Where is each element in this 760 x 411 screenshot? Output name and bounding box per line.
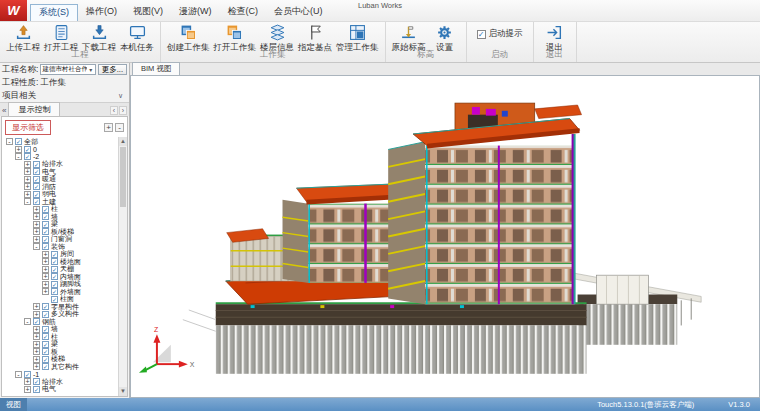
checkbox-icon[interactable]: ✓ xyxy=(42,236,49,243)
checkbox-icon[interactable]: ✓ xyxy=(42,228,49,235)
checkbox-icon[interactable]: ✓ xyxy=(42,213,49,220)
checkbox-icon[interactable]: ✓ xyxy=(42,348,49,355)
tab-display-control[interactable]: 显示控制 xyxy=(8,102,60,116)
checkbox-icon[interactable]: ✓ xyxy=(33,183,40,190)
expand-toggle-icon[interactable]: + xyxy=(42,281,49,288)
checkbox-icon[interactable]: ✓ xyxy=(42,333,49,340)
tree-item[interactable]: + ✓ 梁 xyxy=(4,341,117,349)
expand-toggle-icon[interactable]: + xyxy=(33,363,40,370)
collapse-panel-icon[interactable]: « xyxy=(0,106,8,116)
expand-toggle-icon[interactable]: + xyxy=(24,161,31,168)
tree-item[interactable]: + ✓ 给排水 xyxy=(4,378,117,386)
checkbox-icon[interactable]: ✓ xyxy=(24,146,31,153)
checkbox-icon[interactable]: ✓ xyxy=(24,371,31,378)
checkbox-icon[interactable]: ✓ xyxy=(42,356,49,363)
expand-toggle-icon[interactable]: + xyxy=(33,236,40,243)
checkbox-icon[interactable]: ✓ xyxy=(42,363,49,370)
expand-all-button[interactable]: + xyxy=(104,123,113,132)
menu-tab[interactable]: 漫游(W) xyxy=(171,4,220,21)
expand-toggle-icon[interactable]: + xyxy=(24,378,31,385)
expand-toggle-icon[interactable]: + xyxy=(33,206,40,213)
tree-item[interactable]: + ✓ 给排水 xyxy=(4,161,117,169)
menu-tab[interactable]: 视图(V) xyxy=(125,4,171,21)
expand-toggle-icon[interactable]: + xyxy=(33,326,40,333)
checkbox-icon[interactable]: ✓ xyxy=(51,251,58,258)
collapse-all-button[interactable]: - xyxy=(115,123,124,132)
checkbox-icon[interactable]: ✓ xyxy=(42,341,49,348)
tab-scroll-left-icon[interactable]: ‹ xyxy=(110,106,118,115)
checkbox-icon[interactable]: ✓ xyxy=(51,266,58,273)
expand-toggle-icon[interactable]: + xyxy=(42,273,49,280)
expand-toggle-icon[interactable]: - xyxy=(15,371,22,378)
checkbox-icon[interactable]: ✓ xyxy=(42,206,49,213)
checkbox-icon[interactable]: ✓ xyxy=(33,191,40,198)
tree-item[interactable]: + ✓ 消防 xyxy=(4,183,117,191)
expand-toggle-icon[interactable]: + xyxy=(33,356,40,363)
project-related-label[interactable]: 项目相关 xyxy=(2,90,36,102)
bim-viewport[interactable]: Z X xyxy=(130,75,760,398)
expand-toggle-icon[interactable]: + xyxy=(33,348,40,355)
checkbox-icon[interactable]: ✓ xyxy=(42,326,49,333)
expand-toggle-icon[interactable]: + xyxy=(33,311,40,318)
expand-toggle-icon[interactable]: + xyxy=(24,386,31,393)
expand-toggle-icon[interactable]: + xyxy=(24,191,31,198)
chevron-down-icon[interactable]: ▾ xyxy=(87,66,95,73)
checkbox-icon[interactable]: ✓ xyxy=(42,303,49,310)
expand-toggle-icon[interactable]: + xyxy=(33,333,40,340)
checkbox-icon[interactable]: ✓ xyxy=(33,168,40,175)
expand-toggle-icon[interactable]: + xyxy=(24,176,31,183)
expand-toggle-icon[interactable]: - xyxy=(33,243,40,250)
tree-item[interactable]: - ✓ 土建 xyxy=(4,198,117,206)
menu-tab[interactable]: 系统(S) xyxy=(30,4,78,21)
expand-toggle-icon[interactable]: + xyxy=(33,303,40,310)
expand-toggle-icon[interactable]: + xyxy=(24,183,31,190)
expand-toggle-icon[interactable]: + xyxy=(33,228,40,235)
checkbox-icon[interactable]: ✓ xyxy=(33,386,40,393)
checkbox-icon[interactable]: ✓ xyxy=(33,161,40,168)
tree-item[interactable]: + ✓ 0 xyxy=(4,146,117,154)
checkbox-icon[interactable]: ✓ xyxy=(51,273,58,280)
chevron-down-icon[interactable]: ∨ xyxy=(118,92,127,100)
expand-toggle-icon[interactable]: + xyxy=(42,251,49,258)
project-name-select[interactable]: 建德市村社合作联社-施工模型 ▾ xyxy=(40,64,95,75)
expand-toggle-icon[interactable]: + xyxy=(24,168,31,175)
expand-toggle-icon[interactable]: + xyxy=(42,288,49,295)
expand-toggle-icon[interactable]: + xyxy=(42,266,49,273)
tree-item[interactable]: + ✓ 墙 xyxy=(4,213,117,221)
more-button[interactable]: 更多... xyxy=(98,64,127,75)
menu-tab[interactable]: 会员中心(U) xyxy=(266,4,331,21)
display-filter-button[interactable]: 显示筛选 xyxy=(5,120,51,135)
expand-toggle-icon[interactable]: + xyxy=(42,258,49,265)
checkbox-icon[interactable]: ✓ xyxy=(42,243,49,250)
checkbox-icon[interactable]: ✓ xyxy=(477,30,486,39)
tree-item[interactable]: + ✓ 弱电 xyxy=(4,191,117,199)
checkbox-icon[interactable]: ✓ xyxy=(24,153,31,160)
tab-bim-view[interactable]: BIM 视图 xyxy=(132,62,180,75)
tree-item[interactable]: + ✓ 墙 xyxy=(4,326,117,334)
checkbox-icon[interactable]: ✓ xyxy=(51,281,58,288)
startup-tip-checkbox[interactable]: ✓ 启动提示 xyxy=(471,24,529,40)
checkbox-icon[interactable]: ✓ xyxy=(33,318,40,325)
scroll-down-icon[interactable]: ▼ xyxy=(119,387,127,396)
tab-scroll-right-icon[interactable]: › xyxy=(119,106,127,115)
tree-scrollbar[interactable]: ▲ ▼ xyxy=(118,137,127,396)
expand-toggle-icon[interactable]: + xyxy=(15,146,22,153)
tree-item[interactable]: + ✓ 柱 xyxy=(4,206,117,214)
checkbox-icon[interactable]: ✓ xyxy=(42,221,49,228)
tree-item[interactable]: + ✓ 多义构件 xyxy=(4,311,117,319)
checkbox-icon[interactable]: ✓ xyxy=(51,258,58,265)
expand-toggle-icon[interactable]: - xyxy=(24,198,31,205)
checkbox-icon[interactable]: ✓ xyxy=(33,198,40,205)
expand-toggle-icon[interactable]: - xyxy=(15,153,22,160)
tree-item[interactable]: - ✓ 全部 xyxy=(4,138,117,146)
checkbox-icon[interactable]: ✓ xyxy=(51,288,58,295)
scroll-up-icon[interactable]: ▲ xyxy=(119,137,127,146)
checkbox-icon[interactable]: ✓ xyxy=(15,138,22,145)
checkbox-icon[interactable]: ✓ xyxy=(33,176,40,183)
tree-item[interactable]: + ✓ 暖通 xyxy=(4,176,117,184)
expand-toggle-icon[interactable]: + xyxy=(33,341,40,348)
menu-tab[interactable]: 操作(O) xyxy=(78,4,125,21)
menu-tab[interactable]: 检查(C) xyxy=(220,4,267,21)
checkbox-icon[interactable]: ✓ xyxy=(33,378,40,385)
expand-toggle-icon[interactable]: - xyxy=(6,138,13,145)
